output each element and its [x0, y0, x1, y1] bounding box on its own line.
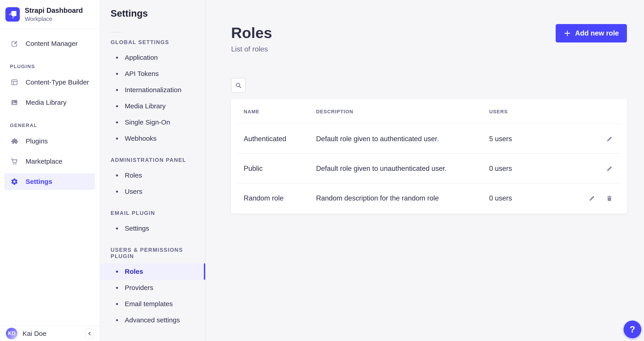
role-name: Public — [244, 164, 316, 173]
sidebar-item-label: Content Manager — [26, 40, 78, 48]
bullet-icon — [116, 122, 118, 124]
help-button[interactable]: ? — [624, 320, 641, 338]
sidebar-item-media-library[interactable]: Media Library — [4, 94, 95, 111]
sidebar-item-plugins[interactable]: Plugins — [4, 133, 95, 150]
edit-role-button[interactable] — [587, 193, 597, 203]
brand-text: Strapi Dashboard Workplace — [25, 6, 83, 22]
settings-item-providers[interactable]: Providers — [100, 280, 205, 296]
sidebar-item-settings[interactable]: Settings — [4, 173, 95, 190]
settings-item-up-roles[interactable]: Roles — [100, 264, 205, 280]
role-users-count: 0 users — [489, 194, 556, 202]
settings-item-media-library[interactable]: Media Library — [100, 98, 205, 114]
main-content: Roles List of roles Add new role NAME DE… — [206, 0, 644, 341]
role-description: Default role given to unauthenticated us… — [316, 164, 489, 173]
role-description: Random description for the random role — [316, 194, 489, 202]
settings-item-application[interactable]: Application — [100, 50, 205, 66]
content-type-builder-icon — [10, 78, 18, 86]
bullet-icon — [116, 89, 118, 91]
settings-item-single-sign-on[interactable]: Single Sign-On — [100, 114, 205, 130]
role-name: Authenticated — [244, 135, 316, 143]
bullet-icon — [116, 57, 118, 59]
settings-item-label: Media Library — [125, 102, 166, 110]
sidebar-item-label: Media Library — [26, 99, 66, 106]
settings-item-label: Roles — [125, 268, 143, 275]
avatar[interactable]: KD — [6, 328, 18, 340]
table-row[interactable]: Random role Random description for the r… — [231, 184, 627, 213]
add-new-role-label: Add new role — [575, 29, 619, 37]
settings-item-label: Users — [125, 188, 142, 195]
nav-section-plugins: PLUGINS — [10, 64, 90, 70]
search-button[interactable] — [231, 78, 246, 92]
bullet-icon — [116, 271, 118, 273]
main-sidebar: Strapi Dashboard Workplace Content Manag… — [0, 0, 100, 341]
plus-icon — [564, 30, 571, 37]
add-new-role-button[interactable]: Add new role — [556, 24, 627, 42]
settings-item-label: Email templates — [125, 300, 173, 308]
settings-item-email-templates[interactable]: Email templates — [100, 296, 205, 312]
column-header-name: NAME — [244, 109, 316, 115]
bullet-icon — [116, 303, 118, 305]
role-name: Random role — [244, 194, 316, 202]
section-users-permissions-plugin: USERS & PERMISSIONS PLUGIN — [110, 247, 194, 260]
app-root: Strapi Dashboard Workplace Content Manag… — [0, 0, 644, 341]
bullet-icon — [116, 287, 118, 289]
row-actions — [556, 134, 614, 144]
chevron-left-icon — [87, 331, 92, 336]
divider — [110, 32, 122, 32]
table-header-row: NAME DESCRIPTION USERS — [231, 99, 627, 124]
bullet-icon — [116, 228, 118, 230]
marketplace-cart-icon — [10, 157, 18, 166]
section-global-settings: GLOBAL SETTINGS — [110, 39, 194, 46]
pencil-icon — [588, 195, 595, 202]
user-name: Kai Doe — [22, 330, 46, 338]
pencil-icon — [606, 136, 613, 142]
settings-item-label: Providers — [125, 284, 153, 292]
settings-item-api-tokens[interactable]: API Tokens — [100, 66, 205, 82]
trash-icon — [606, 195, 613, 202]
settings-item-webhooks[interactable]: Webhooks — [100, 130, 205, 146]
pencil-icon — [606, 165, 613, 172]
media-library-icon — [10, 98, 18, 106]
help-button-label: ? — [630, 324, 635, 334]
sidebar-item-content-manager[interactable]: Content Manager — [4, 35, 95, 52]
brand-title: Strapi Dashboard — [25, 6, 83, 14]
settings-item-label: Roles — [125, 172, 142, 179]
table-row[interactable]: Public Default role given to unauthentic… — [231, 154, 627, 184]
bullet-icon — [116, 319, 118, 321]
settings-gear-icon — [10, 178, 18, 186]
settings-item-label: Webhooks — [125, 135, 156, 142]
column-header-users: USERS — [489, 109, 556, 115]
search-icon — [235, 82, 242, 89]
settings-sidebar-title: Settings — [110, 8, 205, 19]
settings-item-advanced-settings[interactable]: Advanced settings — [100, 312, 205, 328]
bullet-icon — [116, 138, 118, 140]
sidebar-item-content-type-builder[interactable]: Content-Type Builder — [4, 74, 95, 90]
page-title: Roles — [231, 24, 272, 41]
strapi-logo-icon — [6, 7, 20, 22]
settings-item-label: Internationalization — [125, 86, 182, 94]
table-row[interactable]: Authenticated Default role given to auth… — [231, 124, 627, 154]
page-subtitle: List of roles — [231, 45, 272, 53]
column-header-description: DESCRIPTION — [316, 109, 489, 115]
role-users-count: 5 users — [489, 135, 556, 143]
collapse-sidebar-button[interactable] — [86, 328, 94, 339]
role-description: Default role given to authenticated user… — [316, 135, 489, 143]
role-users-count: 0 users — [489, 164, 556, 173]
bullet-icon — [116, 73, 118, 75]
edit-role-button[interactable] — [604, 164, 614, 174]
settings-item-admin-users[interactable]: Users — [100, 184, 205, 200]
row-actions — [556, 193, 614, 203]
settings-item-internationalization[interactable]: Internationalization — [100, 82, 205, 98]
settings-item-label: API Tokens — [125, 70, 159, 78]
content-manager-icon — [10, 40, 18, 48]
section-email-plugin: EMAIL PLUGIN — [110, 210, 194, 216]
settings-item-label: Advanced settings — [125, 316, 180, 324]
settings-item-label: Single Sign-On — [125, 118, 170, 126]
delete-role-button[interactable] — [604, 193, 614, 203]
edit-role-button[interactable] — [604, 134, 614, 144]
sidebar-item-label: Plugins — [26, 137, 48, 145]
settings-item-admin-roles[interactable]: Roles — [100, 167, 205, 184]
settings-item-email-settings[interactable]: Settings — [100, 220, 205, 236]
sidebar-item-marketplace[interactable]: Marketplace — [4, 153, 95, 170]
settings-item-label: Application — [125, 54, 158, 61]
